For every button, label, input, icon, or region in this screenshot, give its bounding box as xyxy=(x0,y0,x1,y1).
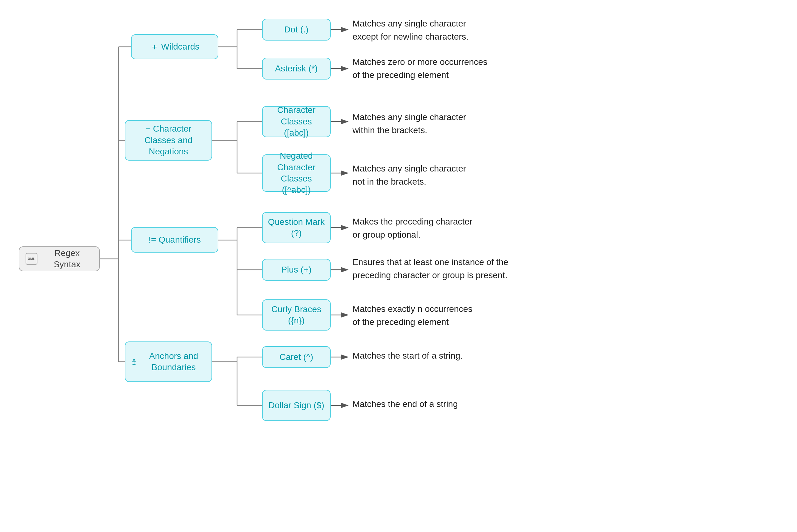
charclasses-label: − Character Classes and Negations xyxy=(130,123,207,157)
charclass-desc: Matches any single character within the … xyxy=(353,111,466,137)
questionmark-desc-line1: Makes the preceding character xyxy=(353,217,472,226)
questionmark-desc-line2: or group optional. xyxy=(353,230,420,240)
charclass-desc-line1: Matches any single character xyxy=(353,112,466,122)
charclass-label: Character Classes ([abc]) xyxy=(268,104,325,138)
dot-desc-line1: Matches any single character xyxy=(353,19,466,28)
dot-desc-line2: except for newline characters. xyxy=(353,32,469,41)
questionmark-label: Question Mark (?) xyxy=(268,216,325,239)
dollarsign-desc-line1: Matches the end of a string xyxy=(353,399,458,409)
anchors-text: Anchors and Boundaries xyxy=(141,350,207,373)
wildcards-label: ＋ Wildcards xyxy=(150,41,200,52)
plus-desc-line2: preceding character or group is present. xyxy=(353,270,508,280)
curlybrace-desc-line1: Matches exactly n occurrences xyxy=(353,304,472,314)
questionmark-desc: Makes the preceding character or group o… xyxy=(353,215,472,241)
caret-label: Caret (^) xyxy=(280,352,313,363)
leaf-questionmark: Question Mark (?) xyxy=(262,212,331,243)
negated-desc: Matches any single character not in the … xyxy=(353,162,466,188)
leaf-charclass: Character Classes ([abc]) xyxy=(262,106,331,137)
dollarsign-label: Dollar Sign ($) xyxy=(269,400,324,411)
asterisk-desc: Matches zero or more occurrences of the … xyxy=(353,56,488,82)
category-wildcards: ＋ Wildcards xyxy=(131,34,219,59)
leaf-plus: Plus (+) xyxy=(262,259,331,281)
anchor-icon xyxy=(130,357,137,367)
plus-label: Plus (+) xyxy=(281,264,311,276)
leaf-caret: Caret (^) xyxy=(262,346,331,368)
root-label: Regex Syntax xyxy=(41,248,93,270)
curlybrace-desc-line2: of the preceding element xyxy=(353,317,449,327)
negated-desc-line1: Matches any single character xyxy=(353,164,466,173)
leaf-curlybrace: Curly Braces ({n}) xyxy=(262,299,331,330)
negated-desc-line2: not in the brackets. xyxy=(353,177,426,187)
xml-icon: XML xyxy=(25,253,37,265)
leaf-asterisk: Asterisk (*) xyxy=(262,58,331,79)
root-node: XML Regex Syntax xyxy=(19,246,100,271)
dot-desc: Matches any single character except for … xyxy=(353,17,469,43)
anchors-label-wrap: Anchors and Boundaries xyxy=(130,350,207,373)
dot-label: Dot (.) xyxy=(284,24,308,35)
leaf-negated: Negated Character Classes ([^abc]) xyxy=(262,154,331,192)
curlybrace-label: Curly Braces ({n}) xyxy=(268,304,325,326)
category-charclasses: − Character Classes and Negations xyxy=(125,120,212,160)
category-quantifiers: != Quantifiers xyxy=(131,227,219,252)
negated-label: Negated Character Classes ([^abc]) xyxy=(268,150,325,196)
leaf-dollarsign: Dollar Sign ($) xyxy=(262,390,331,421)
curlybrace-desc: Matches exactly n occurrences of the pre… xyxy=(353,303,472,329)
diagram-container: XML Regex Syntax ＋ Wildcards − Character… xyxy=(0,0,797,532)
charclass-desc-line2: within the brackets. xyxy=(353,125,428,135)
asterisk-desc-line1: Matches zero or more occurrences xyxy=(353,57,488,67)
dollarsign-desc: Matches the end of a string xyxy=(353,398,458,411)
caret-desc: Matches the start of a string. xyxy=(353,349,462,362)
quantifiers-label: != Quantifiers xyxy=(149,234,201,245)
caret-desc-line1: Matches the start of a string. xyxy=(353,351,462,360)
leaf-dot: Dot (.) xyxy=(262,19,331,40)
plus-desc-line1: Ensures that at least one instance of th… xyxy=(353,257,509,267)
plus-desc: Ensures that at least one instance of th… xyxy=(353,256,509,282)
svg-point-33 xyxy=(133,359,135,361)
asterisk-desc-line2: of the preceding element xyxy=(353,70,449,80)
asterisk-label: Asterisk (*) xyxy=(275,63,318,74)
category-anchors: Anchors and Boundaries xyxy=(125,341,212,382)
